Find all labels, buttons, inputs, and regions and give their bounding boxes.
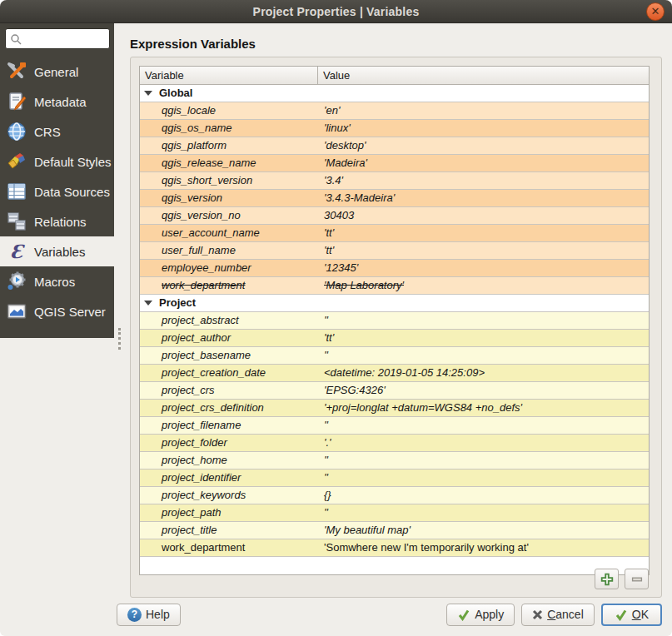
variable-value-cell[interactable]: {} bbox=[318, 487, 649, 504]
sidebar-item-variables[interactable]: ƐVariables bbox=[0, 236, 114, 266]
sidebar-item-data-sources[interactable]: Data Sources bbox=[0, 176, 114, 206]
variable-name-cell[interactable]: project_folder bbox=[140, 435, 318, 451]
table-row[interactable]: qgis_version_no30403 bbox=[140, 207, 649, 225]
table-row[interactable]: project_creation_date<datetime: 2019-01-… bbox=[140, 365, 649, 382]
table-row[interactable]: project_crs_definition'+proj=longlat +da… bbox=[140, 400, 649, 417]
sidebar-item-qgis-server[interactable]: QGIS Server bbox=[0, 296, 114, 326]
variable-name-cell[interactable]: project_creation_date bbox=[140, 365, 318, 381]
table-row[interactable]: project_title'My beautiful map' bbox=[140, 522, 649, 539]
sidebar-item-general[interactable]: General bbox=[0, 57, 114, 87]
variable-name-cell[interactable]: user_full_name bbox=[140, 242, 318, 259]
variable-name-cell[interactable]: qgis_os_name bbox=[140, 120, 318, 137]
variable-value-cell[interactable]: '' bbox=[318, 347, 649, 364]
variable-value-cell[interactable]: '' bbox=[318, 452, 649, 469]
variable-value-cell[interactable]: '' bbox=[318, 417, 649, 434]
cancel-button[interactable]: Cancel bbox=[521, 604, 595, 626]
table-row[interactable]: user_account_name'tt' bbox=[140, 225, 649, 242]
variable-value-cell[interactable]: '' bbox=[318, 504, 649, 521]
variable-name-cell[interactable]: project_title bbox=[140, 522, 318, 539]
collapse-triangle-icon[interactable] bbox=[144, 91, 152, 96]
table-row[interactable]: work_department'Somwhere new I'm tempora… bbox=[140, 539, 649, 557]
apply-button[interactable]: Apply bbox=[446, 604, 515, 626]
variable-value-cell[interactable]: 'linux' bbox=[318, 120, 649, 137]
variable-name-cell[interactable]: project_abstract bbox=[140, 312, 318, 329]
variable-value-cell[interactable]: 'en' bbox=[318, 102, 649, 119]
column-header-value[interactable]: Value bbox=[318, 67, 649, 84]
variable-value-cell[interactable]: '.' bbox=[318, 435, 649, 451]
table-row[interactable]: qgis_locale'en' bbox=[140, 102, 649, 120]
sidebar-item-macros[interactable]: Macros bbox=[0, 266, 114, 296]
sidebar-splitter-handle[interactable] bbox=[114, 23, 125, 596]
variable-value-cell[interactable]: 'tt' bbox=[318, 225, 649, 241]
table-row[interactable]: user_full_name'tt' bbox=[140, 242, 649, 260]
variable-name-cell[interactable]: project_path bbox=[140, 504, 318, 521]
variable-value-cell[interactable]: 'tt' bbox=[318, 330, 649, 346]
table-row[interactable]: project_filename'' bbox=[140, 417, 649, 435]
column-header-variable[interactable]: Variable bbox=[140, 67, 318, 84]
remove-variable-button[interactable] bbox=[625, 569, 649, 589]
variable-value-cell[interactable]: 'EPSG:4326' bbox=[318, 382, 649, 399]
variable-name-cell[interactable]: project_home bbox=[140, 452, 318, 469]
group-row-global[interactable]: Global bbox=[140, 85, 649, 102]
variable-name-cell[interactable]: project_filename bbox=[140, 417, 318, 434]
variable-name-cell[interactable]: project_identifier bbox=[140, 470, 318, 486]
table-row[interactable]: project_path'' bbox=[140, 504, 649, 522]
variable-value-cell[interactable]: '3.4' bbox=[318, 172, 649, 189]
table-row[interactable]: project_abstract'' bbox=[140, 312, 649, 330]
variable-value-cell[interactable]: '3.4.3-Madeira' bbox=[318, 190, 649, 206]
sidebar-item-crs[interactable]: CRS bbox=[0, 117, 114, 147]
variable-value-cell[interactable]: '12345' bbox=[318, 260, 649, 276]
table-row[interactable]: project_identifier'' bbox=[140, 470, 649, 487]
search-input[interactable] bbox=[22, 32, 105, 45]
variable-name-cell[interactable]: project_basename bbox=[140, 347, 318, 364]
table-row[interactable]: qgis_platform'desktop' bbox=[140, 137, 649, 155]
table-row[interactable]: qgis_os_name'linux' bbox=[140, 120, 649, 137]
table-row[interactable]: project_author'tt' bbox=[140, 330, 649, 347]
variable-name-cell[interactable]: project_author bbox=[140, 330, 318, 346]
variable-name-cell[interactable]: qgis_release_name bbox=[140, 155, 318, 171]
table-row[interactable]: employee_number'12345' bbox=[140, 260, 649, 277]
variable-value-cell[interactable]: 'My beautiful map' bbox=[318, 522, 649, 539]
table-row[interactable]: project_crs'EPSG:4326' bbox=[140, 382, 649, 400]
variable-value-cell[interactable]: 'Madeira' bbox=[318, 155, 649, 171]
variable-name-cell[interactable]: qgis_platform bbox=[140, 137, 318, 154]
variable-name-cell[interactable]: project_crs_definition bbox=[140, 400, 318, 416]
variable-name-cell[interactable]: qgis_version_no bbox=[140, 207, 318, 224]
add-variable-button[interactable] bbox=[595, 569, 619, 589]
variable-name-cell[interactable]: work_department bbox=[140, 539, 318, 556]
variable-value-cell[interactable]: 'tt' bbox=[318, 242, 649, 259]
table-row[interactable]: qgis_release_name'Madeira' bbox=[140, 155, 649, 172]
variable-name-cell[interactable]: project_keywords bbox=[140, 487, 318, 504]
sidebar-item-metadata[interactable]: Metadata bbox=[0, 87, 114, 117]
sidebar-item-default-styles[interactable]: Default Styles bbox=[0, 147, 114, 176]
variable-name-cell[interactable]: work_department bbox=[140, 277, 318, 294]
collapse-triangle-icon[interactable] bbox=[144, 301, 152, 306]
table-row[interactable]: project_folder'.' bbox=[140, 435, 649, 452]
variable-value-cell[interactable]: 'desktop' bbox=[318, 137, 649, 154]
help-button[interactable]: ? Help bbox=[117, 604, 181, 626]
table-row[interactable]: project_basename'' bbox=[140, 347, 649, 365]
variable-name-cell[interactable]: qgis_version bbox=[140, 190, 318, 206]
table-row[interactable]: project_keywords{} bbox=[140, 487, 649, 504]
table-row[interactable]: project_home'' bbox=[140, 452, 649, 470]
variable-value-cell[interactable]: 30403 bbox=[318, 207, 649, 224]
table-row[interactable]: qgis_short_version'3.4' bbox=[140, 172, 649, 190]
variable-value-cell[interactable]: 'Somwhere new I'm temporarily working at… bbox=[318, 539, 649, 556]
group-row-project[interactable]: Project bbox=[140, 295, 649, 312]
title-bar[interactable]: Project Properties | Variables ✕ bbox=[0, 0, 672, 23]
variable-name-cell[interactable]: qgis_locale bbox=[140, 102, 318, 119]
sidebar-search[interactable] bbox=[5, 28, 110, 49]
ok-button[interactable]: OK bbox=[601, 604, 662, 626]
table-row[interactable]: work_department'Map Laboratory' bbox=[140, 277, 649, 295]
table-row[interactable]: qgis_version'3.4.3-Madeira' bbox=[140, 190, 649, 207]
variable-name-cell[interactable]: employee_number bbox=[140, 260, 318, 276]
close-icon[interactable]: ✕ bbox=[646, 2, 665, 21]
variable-name-cell[interactable]: qgis_short_version bbox=[140, 172, 318, 189]
variable-value-cell[interactable]: <datetime: 2019-01-05 14:25:09> bbox=[318, 365, 649, 381]
variable-value-cell[interactable]: '' bbox=[318, 312, 649, 329]
variable-name-cell[interactable]: user_account_name bbox=[140, 225, 318, 241]
variable-name-cell[interactable]: project_crs bbox=[140, 382, 318, 399]
variable-value-cell[interactable]: '' bbox=[318, 470, 649, 486]
sidebar-item-relations[interactable]: Relations bbox=[0, 206, 114, 236]
variable-value-cell[interactable]: 'Map Laboratory' bbox=[318, 277, 649, 294]
